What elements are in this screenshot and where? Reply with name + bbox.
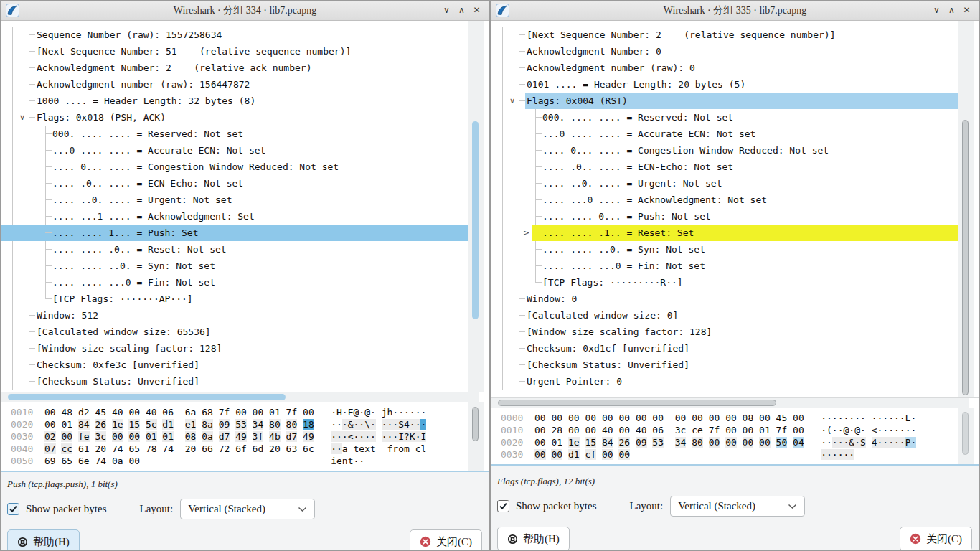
scrollbar-thumb[interactable] — [962, 412, 969, 455]
tree-row[interactable]: .... ..0. .... = Urgent: Not set — [491, 175, 958, 192]
tree-row[interactable]: [Checksum Status: Unverified] — [491, 357, 958, 373]
tree-row[interactable]: Acknowledgment Number: 0 — [491, 43, 958, 60]
tree-row[interactable]: [Window size scaling factor: 128] — [491, 324, 958, 340]
tree-row[interactable]: 0101 .... = Header Length: 20 bytes (5) — [491, 76, 958, 93]
layout-dropdown[interactable]: Vertical (Stacked) — [180, 499, 315, 519]
tree-row[interactable]: [Calculated window size: 65536] — [1, 324, 468, 340]
tree-row[interactable]: [TCP Flags: ·········R··] — [491, 274, 958, 291]
packet-detail-tree[interactable]: [Next Sequence Number: 2 (relative seque… — [491, 21, 979, 398]
hex-row[interactable]: 0010 00 28 00 00 40 00 40 06 3c ce 7f 00… — [501, 424, 979, 436]
tree-row[interactable]: Window: 512 — [1, 307, 468, 324]
tree-row[interactable]: .... .... ...0 = Fin: Not set — [491, 258, 958, 274]
hex-row[interactable]: 0020 00 01 1e 15 84 26 09 53 34 80 00 00… — [501, 436, 979, 448]
minimize-icon[interactable]: ∨ — [440, 4, 453, 17]
show-packet-bytes-checkbox[interactable] — [7, 503, 19, 515]
hex-row[interactable]: 0020 00 01 84 26 1e 15 5c d1 e1 8a 09 53… — [11, 418, 489, 430]
tree-row[interactable]: Window: 0 — [491, 291, 958, 307]
hex-row[interactable]: 0030 02 00 fe 3c 00 00 01 01 08 0a d7 49… — [11, 430, 489, 443]
tree-row[interactable]: .... 0... .... = Congestion Window Reduc… — [491, 142, 958, 159]
screen: Wireshark · 分组 334 · lib7.pcapng ∨ ∧ ✕ S… — [0, 0, 980, 551]
help-buoy-icon — [17, 537, 28, 547]
maximize-icon[interactable]: ∧ — [945, 4, 958, 17]
layout-label: Layout: — [629, 500, 663, 512]
close-window-icon[interactable]: ✕ — [960, 4, 974, 17]
help-button-label: 帮助(H) — [523, 532, 560, 546]
tree-row[interactable]: [Next Sequence Number: 51 (relative sequ… — [1, 43, 468, 60]
tree-row[interactable]: 000. .... .... = Reserved: Not set — [1, 126, 468, 142]
expander-open-icon[interactable]: ∨ — [509, 93, 515, 109]
window-titlebar[interactable]: Wireshark · 分组 334 · lib7.pcapng ∨ ∧ ✕ — [1, 1, 489, 21]
tree-row[interactable]: .... .... .0.. = Reset: Not set — [1, 241, 468, 258]
tree-row[interactable]: ∨Flags: 0x004 (RST) — [491, 93, 958, 109]
tree-row[interactable]: ...0 .... .... = Accurate ECN: Not set — [1, 142, 468, 159]
layout-dropdown[interactable]: Vertical (Stacked) — [670, 496, 805, 517]
scrollbar-thumb[interactable] — [472, 407, 479, 441]
hex-vertical-scrollbar[interactable] — [468, 402, 484, 471]
show-packet-bytes-label[interactable]: Show packet bytes — [516, 500, 596, 512]
tree-row[interactable]: [Window size scaling factor: 128] — [1, 340, 468, 357]
tree-row[interactable]: [Calculated window size: 0] — [491, 307, 958, 324]
tree-row[interactable]: Acknowledgment number (raw): 156447872 — [1, 76, 468, 93]
window-title: Wireshark · 分组 335 · lib7.pcapng — [491, 4, 979, 17]
scrollbar-thumb[interactable] — [8, 394, 286, 400]
hex-row[interactable]: 0010 00 48 d2 45 40 00 40 06 6a 68 7f 00… — [11, 406, 489, 418]
layout-dropdown-value: Vertical (Stacked) — [678, 500, 755, 512]
tree-row[interactable]: Checksum: 0xfe3c [unverified] — [1, 357, 468, 373]
show-packet-bytes-label[interactable]: Show packet bytes — [26, 503, 106, 515]
maximize-icon[interactable]: ∧ — [455, 4, 468, 17]
minimize-icon[interactable]: ∨ — [930, 4, 943, 17]
scrollbar-thumb[interactable] — [472, 121, 479, 319]
scrollbar-thumb[interactable] — [962, 120, 969, 395]
tree-row[interactable]: .... 0... .... = Congestion Window Reduc… — [1, 159, 468, 175]
tree-row[interactable]: ∨Flags: 0x018 (PSH, ACK) — [1, 109, 468, 126]
tree-row[interactable]: .... ...1 .... = Acknowledgment: Set — [1, 208, 468, 225]
packet-detail-tree[interactable]: Sequence Number (raw): 1557258634[Next S… — [1, 21, 489, 392]
help-button[interactable]: 帮助(H) — [7, 529, 80, 551]
tree-row[interactable]: .... .... ..0. = Syn: Not set — [1, 258, 468, 274]
layout-label: Layout: — [139, 503, 173, 515]
close-button[interactable]: 关闭(C) — [900, 527, 972, 551]
expander-open-icon[interactable]: ∨ — [19, 109, 25, 126]
tree-row[interactable]: .... .... 0... = Push: Not set — [491, 208, 958, 225]
tree-row[interactable]: Acknowledgment Number: 2 (relative ack n… — [1, 60, 468, 76]
close-circle-icon — [420, 536, 431, 547]
help-button[interactable]: 帮助(H) — [497, 527, 570, 551]
tree-row[interactable]: .... .0.. .... = ECN-Echo: Not set — [491, 159, 958, 175]
tree-row[interactable]: ...0 .... .... = Accurate ECN: Not set — [491, 126, 958, 142]
hex-row[interactable]: 0040 07 cc 61 20 74 65 78 74 20 66 72 6f… — [11, 443, 489, 455]
scrollbar-thumb[interactable] — [498, 400, 776, 406]
expander-closed-icon[interactable]: > — [523, 225, 529, 241]
tree-row[interactable]: .... .... ...0 = Fin: Not set — [1, 274, 468, 291]
tree-row[interactable]: Acknowledgment number (raw): 0 — [491, 60, 958, 76]
tree-horizontal-scrollbar[interactable] — [1, 392, 489, 402]
tree-row[interactable]: .... ...0 .... = Acknowledgment: Not set — [491, 192, 958, 208]
dialog-footer: Push (tcp.flags.push), 1 bit(s) Show pac… — [1, 479, 489, 551]
show-packet-bytes-checkbox[interactable] — [497, 500, 509, 512]
hex-row[interactable]: 0000 00 00 00 00 00 00 00 00 00 00 00 00… — [501, 412, 979, 424]
hex-vertical-scrollbar[interactable] — [958, 408, 974, 464]
window-titlebar[interactable]: Wireshark · 分组 335 · lib7.pcapng ∨ ∧ ✕ — [491, 1, 979, 21]
tree-row[interactable]: .... .... 1... = Push: Set — [1, 225, 468, 241]
tree-row[interactable]: .... .... ..0. = Syn: Not set — [491, 241, 958, 258]
close-window-icon[interactable]: ✕ — [470, 4, 484, 17]
close-button[interactable]: 关闭(C) — [410, 529, 482, 551]
tree-row[interactable]: [Checksum Status: Unverified] — [1, 373, 468, 390]
tree-row[interactable]: Urgent Pointer: 0 — [491, 373, 958, 390]
tree-row[interactable]: Sequence Number (raw): 1557258634 — [1, 27, 468, 43]
tree-vertical-scrollbar[interactable] — [468, 21, 484, 392]
tree-vertical-scrollbar[interactable] — [958, 21, 974, 397]
packet-bytes-pane[interactable]: 0010 00 48 d2 45 40 00 40 06 6a 68 7f 00… — [1, 402, 489, 472]
packet-bytes-pane[interactable]: 0000 00 00 00 00 00 00 00 00 00 00 00 00… — [491, 408, 979, 466]
hex-row[interactable]: 0030 00 00 d1 cf 00 00 ······ — [501, 448, 979, 461]
tree-row[interactable]: >.... .... .1.. = Reset: Set — [491, 225, 958, 241]
tree-row[interactable]: [TCP Flags: ·······AP···] — [1, 291, 468, 307]
tree-row[interactable]: Checksum: 0xd1cf [unverified] — [491, 340, 958, 357]
tree-row[interactable]: .... .0.. .... = ECN-Echo: Not set — [1, 175, 468, 192]
tree-row[interactable]: [Next Sequence Number: 2 (relative seque… — [491, 27, 958, 43]
hex-row[interactable]: 0050 69 65 6e 74 0a 00 ient·· — [11, 455, 489, 467]
tree-row[interactable]: 000. .... .... = Reserved: Not set — [491, 109, 958, 126]
tree-horizontal-scrollbar[interactable] — [491, 398, 979, 408]
tree-row[interactable]: 1000 .... = Header Length: 32 bytes (8) — [1, 93, 468, 109]
help-button-label: 帮助(H) — [33, 535, 70, 549]
tree-row[interactable]: .... ..0. .... = Urgent: Not set — [1, 192, 468, 208]
